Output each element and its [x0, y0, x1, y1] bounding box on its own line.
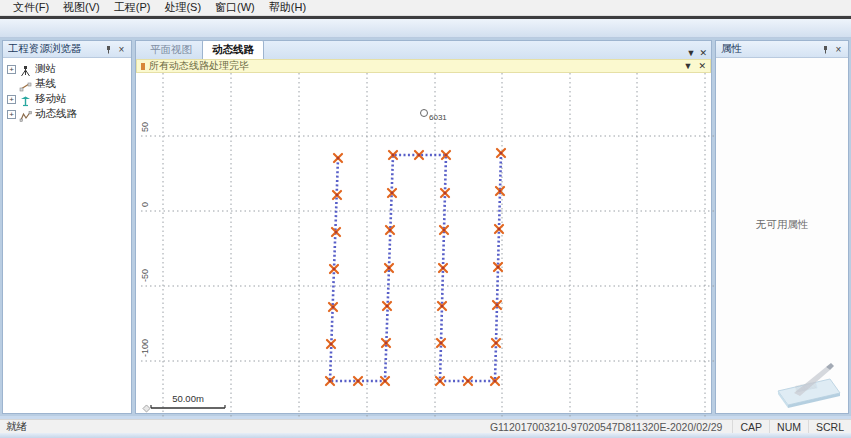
application-window: 文件(F) 视图(V) 工程(P) 处理(S) 窗口(W) 帮助(H) 工程资源… — [0, 0, 851, 438]
expand-icon[interactable]: + — [7, 110, 16, 119]
menu-project[interactable]: 工程(P) — [107, 0, 158, 15]
menu-window[interactable]: 窗口(W) — [208, 0, 262, 15]
route-icon — [19, 108, 32, 120]
info-bar-marker-icon — [141, 63, 145, 70]
cursor-position-icon — [143, 405, 150, 412]
expand-icon[interactable]: + — [7, 95, 16, 104]
scale-bar-label: 50.00m — [172, 393, 204, 404]
epoch-marker-icon[interactable] — [439, 264, 447, 272]
tree-item-label: 测站 — [35, 62, 56, 76]
epoch-marker-icon[interactable] — [383, 302, 391, 310]
tree-item-baselines[interactable]: 基线 — [7, 77, 131, 91]
status-session-id: G112017003210-97020547D811320E-2020/02/2… — [490, 421, 733, 433]
toolbar-strip — [0, 19, 851, 38]
control-point-marker[interactable] — [421, 110, 428, 117]
document-area: 平面视图 动态线路 ▼ ✕ 所有动态线路处理完毕 ▼ ✕ 500-50-1006… — [135, 40, 712, 414]
scroll-lock-indicator: SCRL — [808, 420, 851, 433]
project-explorer-title: 工程资源浏览器 — [8, 42, 102, 56]
epoch-marker-icon[interactable] — [497, 149, 505, 157]
info-bar: 所有动态线路处理完毕 ▼ ✕ — [136, 59, 711, 73]
tab-dynamic-route[interactable]: 动态线路 — [202, 40, 264, 59]
epoch-marker-icon[interactable] — [495, 225, 503, 233]
caps-lock-indicator: CAP — [732, 420, 769, 433]
properties-title: 属性 — [721, 42, 819, 56]
info-bar-dropdown-icon[interactable]: ▼ — [684, 60, 693, 72]
y-axis-tick-label: -50 — [140, 269, 150, 282]
plot-svg[interactable]: 500-50-100603150.00m — [136, 73, 715, 418]
tree-item-label: 基线 — [35, 77, 56, 91]
epoch-marker-icon[interactable] — [381, 377, 389, 385]
watermark-logo: ▒▒▒▒▒ — [768, 353, 844, 409]
epoch-marker-icon[interactable] — [441, 189, 449, 197]
window-bottom-edge — [0, 433, 851, 438]
num-lock-indicator: NUM — [769, 420, 808, 433]
status-bar: 就绪 G112017003210-97020547D811320E-2020/0… — [0, 419, 851, 433]
resource-tree: + 测站 基线 + — [3, 58, 131, 413]
epoch-marker-icon[interactable] — [330, 265, 338, 273]
info-bar-close-icon[interactable]: ✕ — [698, 60, 706, 72]
tab-bar: 平面视图 动态线路 ▼ ✕ — [136, 41, 711, 59]
status-ready-text: 就绪 — [0, 420, 490, 434]
menu-help[interactable]: 帮助(H) — [262, 0, 313, 15]
tree-item-label: 动态线路 — [35, 107, 77, 121]
info-bar-message: 所有动态线路处理完毕 — [149, 59, 684, 73]
menu-view[interactable]: 视图(V) — [56, 0, 107, 15]
properties-panel: 属性 × 无可用属性 ▒▒▒▒▒ — [715, 40, 849, 414]
tree-item-stations[interactable]: + 测站 — [7, 62, 131, 76]
control-point-label: 6031 — [429, 113, 447, 122]
rover-icon — [19, 93, 32, 105]
tab-close-icon[interactable]: ✕ — [699, 47, 707, 59]
tree-item-routes[interactable]: + 动态线路 — [7, 107, 131, 121]
epoch-marker-icon[interactable] — [327, 340, 335, 348]
menu-process[interactable]: 处理(S) — [157, 0, 208, 15]
properties-body: 无可用属性 ▒▒▒▒▒ — [716, 58, 848, 413]
project-explorer-titlebar: 工程资源浏览器 × — [3, 41, 131, 58]
y-axis-tick-label: 0 — [140, 202, 150, 207]
pin-icon[interactable] — [819, 43, 832, 56]
project-explorer-panel: 工程资源浏览器 × + 测站 — [2, 40, 132, 414]
baseline-icon — [19, 78, 32, 90]
y-axis-tick-label: -100 — [140, 339, 150, 357]
expand-icon[interactable]: + — [7, 65, 16, 74]
tree-item-rovers[interactable]: + 移动站 — [7, 92, 131, 106]
properties-titlebar: 属性 × — [716, 41, 848, 58]
tree-item-label: 移动站 — [35, 92, 67, 106]
menu-file[interactable]: 文件(F) — [6, 0, 56, 15]
plot-canvas[interactable]: 500-50-100603150.00m — [136, 73, 711, 413]
dock-area: 工程资源浏览器 × + 测站 — [0, 38, 851, 416]
keyboard-indicators: CAP NUM SCRL — [732, 420, 851, 433]
tab-plan-view[interactable]: 平面视图 — [140, 40, 202, 59]
close-icon[interactable]: × — [832, 43, 845, 56]
y-axis-tick-label: 50 — [140, 122, 150, 132]
route-track-line[interactable] — [330, 153, 501, 381]
tab-list-dropdown-icon[interactable]: ▼ — [687, 47, 696, 59]
epoch-marker-icon[interactable] — [492, 339, 500, 347]
station-icon — [19, 63, 32, 75]
pin-icon[interactable] — [102, 43, 115, 56]
no-properties-message: 无可用属性 — [716, 218, 848, 232]
close-icon[interactable]: × — [115, 43, 128, 56]
epoch-marker-icon[interactable] — [334, 154, 342, 162]
menu-bar: 文件(F) 视图(V) 工程(P) 处理(S) 窗口(W) 帮助(H) — [0, 0, 851, 16]
